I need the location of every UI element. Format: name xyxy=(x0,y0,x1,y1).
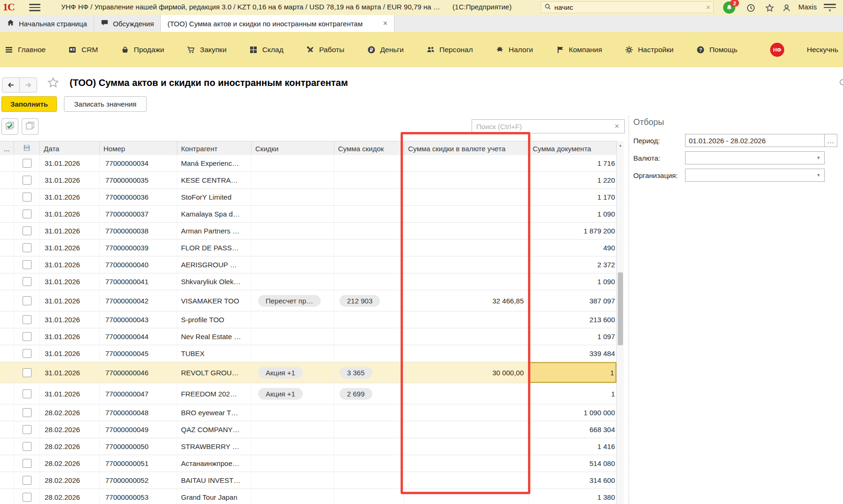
cell-number[interactable]: 77000000044 xyxy=(100,328,177,345)
cell-discounts[interactable] xyxy=(252,172,334,188)
menu-item-purchases[interactable]: Закупки xyxy=(187,46,227,54)
row-select-cell[interactable] xyxy=(14,345,40,362)
cell-contragent[interactable]: BRO eyewear T… xyxy=(177,404,252,421)
cell-contragent[interactable]: Maná Experienc… xyxy=(177,155,252,171)
menu-item-main[interactable]: Главное xyxy=(5,46,46,54)
cell-number[interactable]: 77000000039 xyxy=(100,240,177,256)
cell-number[interactable]: 77000000045 xyxy=(100,345,177,362)
row-select-cell[interactable] xyxy=(14,383,40,404)
cell-discounts[interactable] xyxy=(252,328,334,345)
cell-contragent[interactable]: FREEDOM 202… xyxy=(177,383,252,404)
row-select-cell[interactable] xyxy=(14,362,40,383)
cell-discounts[interactable] xyxy=(252,345,334,362)
cell-contragent[interactable]: Kamalaya Spa d… xyxy=(177,206,252,222)
cell-discount-currency[interactable] xyxy=(404,311,529,328)
currency-input[interactable]: ▼ xyxy=(685,151,825,164)
tab-close-icon[interactable]: × xyxy=(373,19,387,28)
cell-contragent[interactable]: STRAWBERRY … xyxy=(177,438,252,455)
cell-discount-sum[interactable]: 2 699 xyxy=(334,383,404,404)
cell-number[interactable]: 77000000043 xyxy=(100,311,177,328)
cell-discount-currency[interactable] xyxy=(404,328,529,345)
user-icon[interactable] xyxy=(780,2,793,14)
row-select-cell[interactable] xyxy=(14,290,40,311)
table-row[interactable]: 31.01.2026 77000000047 FREEDOM 202… Акци… xyxy=(0,383,616,404)
table-row[interactable]: 31.01.2026 77000000036 StoForY Limited 1… xyxy=(0,189,616,206)
row-checkbox[interactable] xyxy=(23,243,32,252)
row-select-cell[interactable] xyxy=(14,155,40,171)
cell-contragent[interactable]: Nev Real Estate … xyxy=(177,328,252,345)
table-row[interactable]: 31.01.2026 77000000039 FLOR DE PASS… 490 xyxy=(0,240,616,256)
cell-doc-sum[interactable]: 1 416 xyxy=(529,438,616,455)
cell-contragent[interactable]: FLOR DE PASS… xyxy=(177,240,252,256)
cell-number[interactable]: 77000000034 xyxy=(100,155,177,171)
table-row[interactable]: 31.01.2026 77000000044 Nev Real Estate …… xyxy=(0,328,616,345)
header-doc-sum[interactable]: Сумма документа xyxy=(529,141,616,155)
cell-doc-sum[interactable]: 1 097 xyxy=(529,328,616,345)
cell-contragent[interactable]: VISAMAKER TOO xyxy=(177,290,252,311)
row-checkbox[interactable] xyxy=(23,425,32,434)
row-checkbox[interactable] xyxy=(23,296,32,305)
cell-number[interactable]: 77000000050 xyxy=(100,438,177,455)
header-save-column[interactable] xyxy=(14,141,40,155)
cell-doc-sum[interactable]: 1 220 xyxy=(529,172,616,188)
cell-discounts[interactable] xyxy=(252,421,334,438)
cell-discount-currency[interactable] xyxy=(404,155,529,171)
cell-discount-sum[interactable] xyxy=(334,155,404,171)
row-select-cell[interactable] xyxy=(14,472,40,488)
cell-date[interactable]: 31.01.2026 xyxy=(40,345,100,362)
row-checkbox[interactable] xyxy=(23,260,32,269)
cell-discounts[interactable]: Пересчет пр… xyxy=(252,290,334,311)
period-input[interactable]: 01.01.2026 - 28.02.2026 xyxy=(685,134,825,147)
row-checkbox[interactable] xyxy=(23,389,32,398)
row-checkbox[interactable] xyxy=(23,368,32,377)
cell-doc-sum[interactable]: 1 380 xyxy=(529,489,616,504)
cell-doc-sum[interactable]: 668 304 xyxy=(529,421,616,438)
row-checkbox[interactable] xyxy=(23,209,32,218)
cell-date[interactable]: 31.01.2026 xyxy=(40,172,100,188)
cell-number[interactable]: 77000000038 xyxy=(100,223,177,239)
organization-dropdown-icon[interactable]: ▼ xyxy=(813,169,824,181)
row-checkbox[interactable] xyxy=(23,459,32,468)
cell-date[interactable]: 31.01.2026 xyxy=(40,273,100,290)
cell-date[interactable]: 31.01.2026 xyxy=(40,311,100,328)
cell-doc-sum[interactable]: 490 xyxy=(529,240,616,256)
row-checkbox[interactable] xyxy=(23,493,32,502)
favorites-button[interactable] xyxy=(764,2,776,14)
row-select-cell[interactable] xyxy=(14,256,40,273)
menu-item-sales[interactable]: Продажи xyxy=(121,46,165,54)
tab-discussions[interactable]: Обсуждения xyxy=(94,15,161,32)
menu-item-help[interactable]: ?Помощь xyxy=(696,46,738,54)
cell-date[interactable]: 31.01.2026 xyxy=(40,362,100,383)
cell-number[interactable]: 77000000035 xyxy=(100,172,177,188)
cell-doc-sum[interactable]: 1 879 200 xyxy=(529,223,616,239)
table-search-clear-icon[interactable]: × xyxy=(609,122,624,131)
row-checkbox[interactable] xyxy=(23,408,32,417)
menu-item-crm[interactable]: CRM xyxy=(68,46,98,54)
table-row[interactable]: 31.01.2026 77000000043 S-profile TOO 213… xyxy=(0,311,616,328)
cell-discount-currency[interactable] xyxy=(404,455,529,472)
check-all-button[interactable] xyxy=(1,118,18,135)
cell-discounts[interactable] xyxy=(252,273,334,290)
cell-discount-sum[interactable] xyxy=(334,172,404,188)
header-discount-sum[interactable]: Сумма скидок xyxy=(334,141,404,155)
cell-doc-sum[interactable]: 314 600 xyxy=(529,472,616,488)
cell-discount-sum[interactable] xyxy=(334,240,404,256)
cell-date[interactable]: 31.01.2026 xyxy=(40,206,100,222)
cell-discount-sum[interactable] xyxy=(334,472,404,488)
cell-date[interactable]: 28.02.2026 xyxy=(40,472,100,488)
cell-discount-currency[interactable] xyxy=(404,189,529,205)
organization-input[interactable]: ▼ xyxy=(685,169,825,182)
global-search-clear-icon[interactable]: × xyxy=(706,3,710,12)
table-row[interactable]: 28.02.2026 77000000049 QAZ COMPANY… 668 … xyxy=(0,421,616,438)
cell-number[interactable]: 77000000052 xyxy=(100,472,177,488)
row-select-cell[interactable] xyxy=(14,404,40,421)
cell-discount-sum[interactable] xyxy=(334,256,404,273)
table-row[interactable]: 31.01.2026 77000000034 Maná Experienc… 1… xyxy=(0,155,616,172)
cell-discounts[interactable] xyxy=(252,489,334,504)
tab-active[interactable]: (ТОО) Сумма актов и скидки по иностранны… xyxy=(161,15,394,32)
cell-contragent[interactable]: StoForY Limited xyxy=(177,189,252,205)
header-marker[interactable]: ... xyxy=(0,141,14,155)
cell-discounts[interactable] xyxy=(252,206,334,222)
cell-contragent[interactable]: QAZ COMPANY… xyxy=(177,421,252,438)
scroll-up-icon[interactable]: ▲ xyxy=(617,141,624,149)
